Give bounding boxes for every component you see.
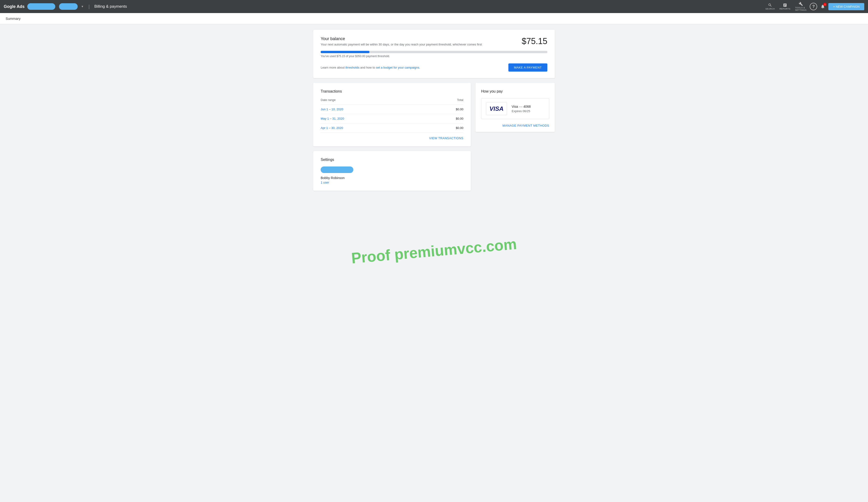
app-logo: Gogle Ads [4, 4, 24, 9]
tools-icon [799, 2, 803, 6]
main-content: Your balance Your next automatic payment… [306, 24, 562, 201]
transaction-date[interactable]: Jun 1 – 10, 2020 [321, 105, 428, 114]
balance-subtitle: Your next automatic payment will be with… [321, 43, 482, 46]
account-selector-pill[interactable] [27, 3, 55, 10]
footer-text-before: Learn more about [321, 66, 345, 69]
two-col-section: Transactions Date range Total Jun 1 – 10… [313, 83, 555, 195]
summary-label: Summary [6, 17, 21, 21]
table-row[interactable]: Apr 1 – 30, 2020 $0.00 [321, 123, 463, 133]
transactions-card: Transactions Date range Total Jun 1 – 10… [313, 83, 471, 146]
make-payment-button[interactable]: MAKE A PAYMENT [508, 63, 547, 72]
help-button[interactable]: ? [810, 3, 817, 10]
table-row[interactable]: Jun 1 – 10, 2020 $0.00 [321, 105, 463, 114]
account-selector-pill2[interactable] [59, 3, 78, 10]
transaction-date[interactable]: Apr 1 – 30, 2020 [321, 123, 428, 133]
summary-bar: Summary [0, 13, 868, 24]
right-col: How you pay VISA Visa ···· 4068 Expires … [476, 83, 555, 195]
search-nav-button[interactable]: SEARCH [764, 2, 776, 11]
progress-bar-fill [321, 51, 369, 53]
reports-nav-button[interactable]: REPORTS [778, 2, 792, 11]
budget-link[interactable]: set a budget for your campaigns [376, 66, 419, 69]
how-you-pay-card: How you pay VISA Visa ···· 4068 Expires … [476, 83, 555, 132]
visa-expiry: Expires 06/25 [512, 109, 530, 113]
page-title: Billing & payments [94, 4, 127, 9]
view-transactions-link[interactable]: VIEW TRANSACTIONS [321, 136, 463, 140]
transaction-date[interactable]: May 1 – 31, 2020 [321, 114, 428, 123]
nav-divider: | [89, 4, 90, 9]
progress-container: You've used $75.15 of your $350.00 payme… [321, 51, 547, 58]
tools-nav-button[interactable]: TOOLS &SETTINGS [794, 1, 808, 12]
transaction-total: $0.00 [428, 123, 463, 133]
footer-text-after: . [419, 66, 420, 69]
reports-nav-label: REPORTS [779, 8, 790, 10]
visa-info: Visa ···· 4068 Expires 06/25 [512, 105, 530, 113]
settings-title: Settings [321, 158, 463, 162]
search-icon [768, 3, 772, 7]
search-nav-label: SEARCH [765, 8, 775, 10]
balance-amount: $75.15 [522, 36, 547, 46]
transaction-total: $0.00 [428, 114, 463, 123]
progress-bar-background [321, 51, 547, 53]
reports-icon [783, 3, 787, 7]
visa-logo: VISA [489, 105, 504, 112]
footer-text-mid: and how to [359, 66, 376, 69]
notifications-button[interactable]: 1 [819, 3, 826, 10]
table-row[interactable]: May 1 – 31, 2020 $0.00 [321, 114, 463, 123]
transactions-title: Transactions [321, 89, 463, 94]
visa-logo-area: VISA [486, 102, 507, 115]
notification-badge: 1 [823, 3, 826, 6]
manage-payment-methods-link[interactable]: MANAGE PAYMENT METHODS [481, 124, 549, 127]
settings-users[interactable]: 1 user [321, 181, 463, 184]
left-col: Transactions Date range Total Jun 1 – 10… [313, 83, 471, 195]
visa-box: VISA Visa ···· 4068 Expires 06/25 [481, 98, 549, 119]
transaction-total: $0.00 [428, 105, 463, 114]
balance-header: Your balance Your next automatic payment… [321, 36, 547, 46]
balance-info: Your balance Your next automatic payment… [321, 36, 482, 46]
visa-card-number: Visa ···· 4068 [512, 105, 530, 108]
progress-text: You've used $75.15 of your $350.00 payme… [321, 54, 547, 58]
settings-avatar-pill [321, 167, 353, 173]
new-campaign-button[interactable]: + NEW CAMPAIGN [828, 3, 864, 10]
top-nav: Gogle Ads ▼ | Billing & payments SEARCH … [0, 0, 868, 13]
settings-name: Bobby Robinson [321, 176, 463, 180]
nav-icons: SEARCH REPORTS TOOLS &SETTINGS ? 1 + NEW… [764, 1, 864, 12]
tools-nav-label: TOOLS &SETTINGS [795, 7, 806, 11]
balance-title: Your balance [321, 36, 482, 41]
balance-footer-text: Learn more about thresholds and how to s… [321, 66, 420, 69]
col-date-header: Date range [321, 98, 428, 105]
account-dropdown-arrow[interactable]: ▼ [81, 5, 84, 8]
balance-card: Your balance Your next automatic payment… [313, 30, 555, 78]
thresholds-link[interactable]: thresholds [345, 66, 359, 69]
how-you-pay-title: How you pay [481, 89, 549, 94]
transactions-table: Date range Total Jun 1 – 10, 2020 $0.00 … [321, 98, 463, 133]
col-total-header: Total [428, 98, 463, 105]
settings-card: Settings Bobby Robinson 1 user [313, 151, 471, 191]
balance-footer: Learn more about thresholds and how to s… [321, 63, 547, 72]
